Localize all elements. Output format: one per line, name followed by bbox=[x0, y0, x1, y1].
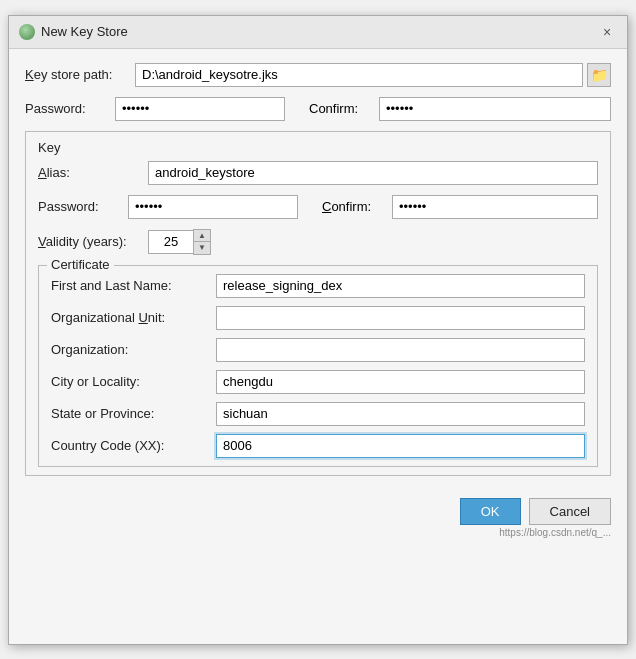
keystore-confirm-label: Confirm: bbox=[309, 101, 369, 116]
keystore-password-input[interactable] bbox=[115, 97, 285, 121]
dialog-title: New Key Store bbox=[41, 24, 128, 39]
key-password-label: Password: bbox=[38, 199, 118, 214]
first-last-label: First and Last Name: bbox=[51, 278, 216, 293]
key-confirm-input[interactable] bbox=[392, 195, 598, 219]
title-bar-left: New Key Store bbox=[19, 24, 128, 40]
first-last-input[interactable] bbox=[216, 274, 585, 298]
country-input[interactable] bbox=[216, 434, 585, 458]
button-row: OK Cancel bbox=[25, 490, 611, 525]
alias-input[interactable] bbox=[148, 161, 598, 185]
folder-icon: 📁 bbox=[591, 67, 608, 83]
key-section-legend: Key bbox=[38, 140, 598, 155]
keystore-path-label: Key store path: bbox=[25, 67, 135, 82]
certificate-section: Certificate First and Last Name: Organiz… bbox=[38, 265, 598, 467]
close-button[interactable]: × bbox=[597, 22, 617, 42]
dialog-body: Key store path: 📁 Password: Confirm: Key… bbox=[9, 49, 627, 552]
key-password-input[interactable] bbox=[128, 195, 298, 219]
validity-label: Validity (years): bbox=[38, 234, 148, 249]
validity-row: Validity (years): ▲ ▼ bbox=[38, 229, 598, 255]
alias-row: Alias: bbox=[38, 161, 598, 185]
cancel-button[interactable]: Cancel bbox=[529, 498, 611, 525]
city-input[interactable] bbox=[216, 370, 585, 394]
spinner-up-button[interactable]: ▲ bbox=[194, 230, 210, 242]
alias-label: Alias: bbox=[38, 165, 148, 180]
org-unit-input[interactable] bbox=[216, 306, 585, 330]
org-unit-row: Organizational Unit: bbox=[51, 306, 585, 330]
first-last-row: First and Last Name: bbox=[51, 274, 585, 298]
app-icon bbox=[19, 24, 35, 40]
key-confirm-label: Confirm: bbox=[322, 199, 382, 214]
keystore-path-row: Key store path: 📁 bbox=[25, 63, 611, 87]
keystore-path-input-group: 📁 bbox=[135, 63, 611, 87]
watermark: https://blog.csdn.net/q_... bbox=[25, 527, 611, 538]
keystore-password-row: Password: Confirm: bbox=[25, 97, 611, 121]
city-row: City or Locality: bbox=[51, 370, 585, 394]
keystore-path-input[interactable] bbox=[135, 63, 583, 87]
validity-spinner: ▲ ▼ bbox=[148, 229, 211, 255]
org-input[interactable] bbox=[216, 338, 585, 362]
spinner-buttons: ▲ ▼ bbox=[193, 229, 211, 255]
state-label: State or Province: bbox=[51, 406, 216, 421]
state-input[interactable] bbox=[216, 402, 585, 426]
spinner-down-button[interactable]: ▼ bbox=[194, 242, 210, 254]
org-label: Organization: bbox=[51, 342, 216, 357]
title-bar: New Key Store × bbox=[9, 16, 627, 49]
country-label: Country Code (XX): bbox=[51, 438, 216, 453]
certificate-legend: Certificate bbox=[47, 257, 114, 272]
city-label: City or Locality: bbox=[51, 374, 216, 389]
keystore-password-label: Password: bbox=[25, 101, 105, 116]
new-key-store-dialog: New Key Store × Key store path: 📁 Passwo… bbox=[8, 15, 628, 645]
country-row: Country Code (XX): bbox=[51, 434, 585, 458]
org-unit-label: Organizational Unit: bbox=[51, 310, 216, 325]
key-section: Key Alias: Password: Confirm: Validity (… bbox=[25, 131, 611, 476]
org-row: Organization: bbox=[51, 338, 585, 362]
key-password-row: Password: Confirm: bbox=[38, 195, 598, 219]
keystore-confirm-input[interactable] bbox=[379, 97, 611, 121]
folder-browse-button[interactable]: 📁 bbox=[587, 63, 611, 87]
ok-button[interactable]: OK bbox=[460, 498, 521, 525]
state-row: State or Province: bbox=[51, 402, 585, 426]
validity-input[interactable] bbox=[148, 230, 193, 254]
